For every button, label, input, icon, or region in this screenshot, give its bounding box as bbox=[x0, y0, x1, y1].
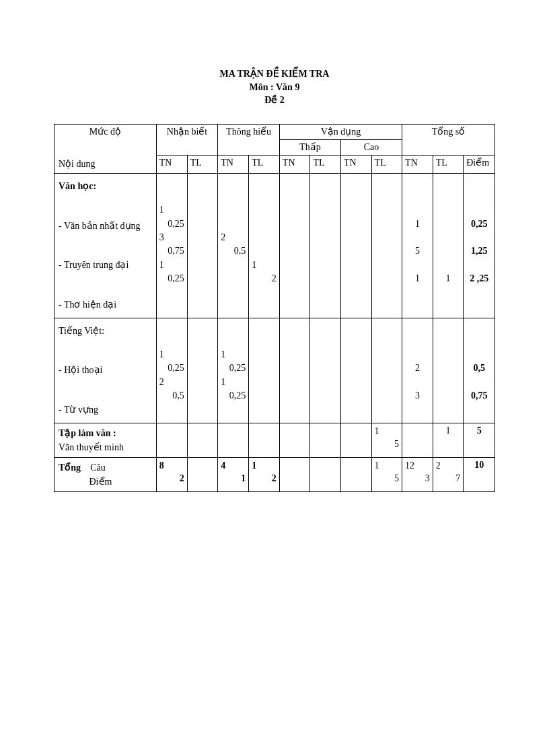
exam-number: Đề 2 bbox=[54, 94, 495, 107]
cell-tot-tl: 1 bbox=[433, 423, 464, 457]
col-tn: TN bbox=[402, 156, 433, 174]
col-tn: TN bbox=[218, 156, 249, 174]
recognize-header: Nhận biết bbox=[156, 124, 218, 155]
cell-th-tn: 4 1 bbox=[218, 457, 249, 491]
cell-tot-tn: 12 3 bbox=[402, 457, 433, 491]
cell-tot-tl: 2 7 bbox=[433, 457, 464, 491]
title-block: MA TRẬN ĐỀ KIỂM TRA Môn : Văn 9 Đề 2 bbox=[54, 67, 495, 107]
level-header: Mức độ bbox=[54, 124, 157, 155]
vietnamese-block: Tiếng Việt: - Hội thoại - Từ vựng 1 0,25… bbox=[54, 318, 495, 423]
cell-high-tn bbox=[340, 318, 371, 423]
grand-total-row: Tổng Câu Điểm 8 2 4 1 1 2 1 5 12 3 bbox=[54, 457, 495, 491]
col-tl: TL bbox=[249, 156, 280, 174]
cell-high-tl bbox=[371, 173, 402, 318]
cell-nb-tn: 1 0,25 2 0,5 bbox=[156, 318, 187, 423]
apply-low-header: Thấp bbox=[279, 139, 340, 155]
cell-high-tl: 1 5 bbox=[371, 457, 402, 491]
literature-content: Văn học: - Văn bản nhất dụng - Truyên tr… bbox=[54, 173, 157, 318]
subject: Môn : Văn 9 bbox=[54, 81, 495, 94]
header-row-3: Nội dung TN TL TN TL TN TL TN TL TN TL Đ… bbox=[54, 156, 495, 174]
cell-low-tl bbox=[310, 318, 341, 423]
literature-block: Văn học: - Văn bản nhất dụng - Truyên tr… bbox=[54, 173, 495, 318]
cell-tot-pts: 10 bbox=[464, 457, 495, 491]
cell-low-tn bbox=[279, 173, 310, 318]
matrix-table: Mức độ Nhận biết Thông hiểu Vận dụng Tổn… bbox=[54, 124, 495, 492]
content-header: Nội dung bbox=[54, 156, 157, 174]
total-content: Tổng Câu Điểm bbox=[54, 457, 157, 491]
header-row-1: Mức độ Nhận biết Thông hiểu Vận dụng Tổn… bbox=[54, 124, 495, 139]
cell-tot-tl: 1 bbox=[433, 173, 464, 318]
cell-low-tl bbox=[310, 173, 341, 318]
total-header: Tổng số bbox=[402, 124, 495, 155]
apply-high-header: Cao bbox=[340, 139, 402, 155]
col-tl: TL bbox=[433, 156, 464, 174]
cell-tot-tn: 2 3 bbox=[402, 318, 433, 423]
col-tl: TL bbox=[310, 156, 341, 174]
cell-high-tl: 1 5 bbox=[371, 423, 402, 457]
title: MA TRẬN ĐỀ KIỂM TRA bbox=[54, 67, 495, 81]
cell-th-tn: 2 0,5 bbox=[218, 173, 249, 318]
cell-tot-tn: 1 5 1 bbox=[402, 173, 433, 318]
cell-nb-tl bbox=[187, 173, 218, 318]
cell-high-tl bbox=[371, 318, 402, 423]
col-tn: TN bbox=[279, 156, 310, 174]
cell-th-tl bbox=[249, 318, 280, 423]
cell-low-tn bbox=[279, 318, 310, 423]
col-points: Điểm bbox=[464, 156, 495, 174]
cell-th-tl: 1 2 bbox=[249, 173, 280, 318]
apply-header: Vận dụng bbox=[279, 124, 402, 139]
col-tn: TN bbox=[156, 156, 187, 174]
cell-th-tn: 1 0,25 1 0,25 bbox=[218, 318, 249, 423]
cell-tot-pts: 5 bbox=[464, 423, 495, 457]
cell-high-tn bbox=[340, 173, 371, 318]
col-tn: TN bbox=[340, 156, 371, 174]
understand-header: Thông hiểu bbox=[218, 124, 280, 155]
cell-nb-tn: 1 0,25 3 0,75 1 0,25 bbox=[156, 173, 187, 318]
cell-tot-tl bbox=[433, 318, 464, 423]
cell-nb-tn: 8 2 bbox=[156, 457, 187, 491]
cell-th-tl: 1 2 bbox=[249, 457, 280, 491]
writing-content: Tập làm văn : Văn thuyết minh bbox=[54, 423, 157, 457]
writing-block: Tập làm văn : Văn thuyết minh 1 5 1 5 bbox=[54, 423, 495, 457]
cell-tot-pts: 0,5 0,75 bbox=[464, 318, 495, 423]
vietnamese-content: Tiếng Việt: - Hội thoại - Từ vựng bbox=[54, 318, 157, 423]
cell-tot-pts: 0,25 1,25 2 ,25 bbox=[464, 173, 495, 318]
col-tl: TL bbox=[187, 156, 218, 174]
col-tl: TL bbox=[371, 156, 402, 174]
cell-nb-tl bbox=[187, 318, 218, 423]
